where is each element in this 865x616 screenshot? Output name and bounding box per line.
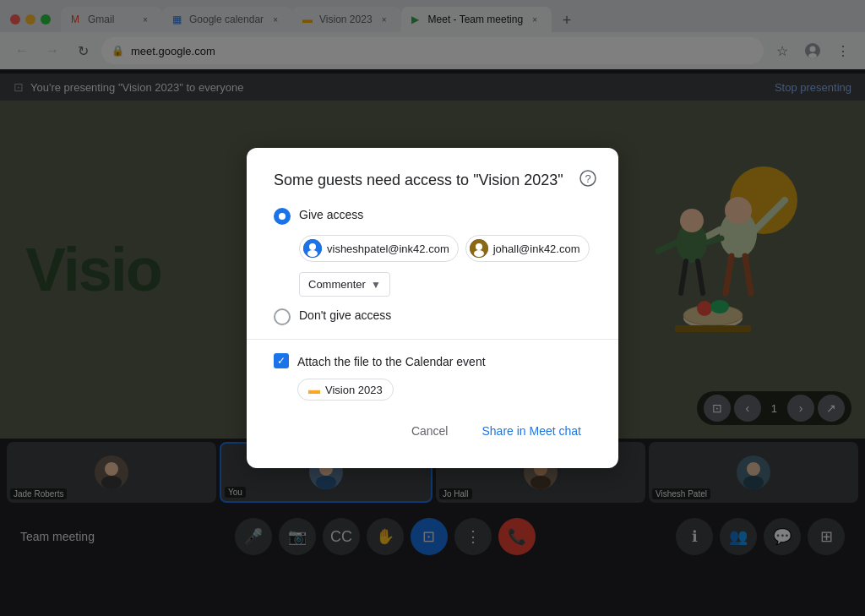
svg-point-39 [476,243,482,250]
svg-point-40 [474,250,484,257]
dont-give-access-option[interactable]: Don't give access [274,307,591,325]
file-chip-label: Vision 2023 [325,384,383,396]
dont-give-access-label: Don't give access [299,307,391,322]
dont-give-access-radio[interactable] [274,308,291,325]
dropdown-arrow-icon: ▼ [371,279,381,291]
attach-calendar-option[interactable]: ✓ Attach the file to the Calendar event [274,353,591,368]
dialog-divider [247,339,618,340]
attach-calendar-label: Attach the file to the Calendar event [297,353,486,368]
help-button[interactable]: ? [578,168,598,188]
cancel-button[interactable]: Cancel [401,417,459,444]
svg-point-36 [309,243,316,250]
dialog-actions: Cancel Share in Meet chat [274,417,591,444]
permission-label: Commenter [308,278,366,291]
svg-text:?: ? [585,172,590,185]
vishesh-chip-email: visheshpatel@ink42.com [327,243,449,255]
dialog-overlay: Some guests need access to "Vision 2023"… [0,0,865,616]
user-chip-jo[interactable]: johall@ink42.com [465,235,590,262]
help-icon: ? [579,170,596,187]
give-access-label: Give access [299,206,363,221]
share-in-meet-button[interactable]: Share in Meet chat [471,417,591,444]
permission-dropdown[interactable]: Commenter ▼ [299,272,390,297]
jo-chip-avatar [470,239,488,258]
svg-point-37 [307,250,318,257]
attach-calendar-checkbox[interactable]: ✓ [274,353,289,368]
access-dialog: Some guests need access to "Vision 2023"… [247,148,618,468]
jo-chip-email: johall@ink42.com [493,243,580,255]
file-chip[interactable]: ▬ Vision 2023 [297,379,394,401]
give-access-option[interactable]: Give access [274,206,591,225]
user-chip-vishesh[interactable]: visheshpatel@ink42.com [299,235,459,262]
slides-file-icon: ▬ [308,383,320,396]
give-access-radio[interactable] [274,208,291,225]
vishesh-chip-avatar [303,239,322,258]
dialog-title: Some guests need access to "Vision 2023" [274,172,591,189]
user-chips: visheshpatel@ink42.com johall@ink42.com [299,235,591,262]
